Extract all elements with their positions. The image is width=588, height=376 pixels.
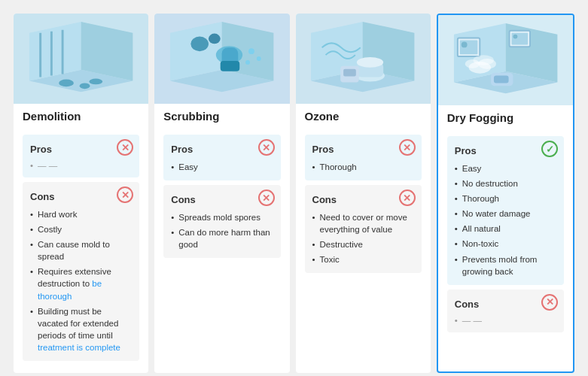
svg-point-12 [191, 37, 209, 52]
svg-point-17 [248, 48, 254, 54]
svg-point-7 [80, 83, 90, 89]
comparison-container: DemolitionPros✕— —Cons✕Hard workCostlyCa… [8, 8, 580, 376]
svg-point-25 [357, 57, 383, 68]
svg-rect-16 [221, 61, 240, 71]
pros-item: No water damage [455, 206, 556, 221]
card-content-dry-fogging: Pros✓EasyNo destructionThoroughNo water … [438, 129, 573, 371]
pros-section-demolition: Pros✕— — [23, 135, 139, 177]
pros-item: Prevents mold from growing back [455, 252, 556, 279]
cons-list-demolition: Hard workCostlyCan cause mold to spreadR… [30, 207, 132, 355]
pros-item: All natural [455, 221, 556, 236]
cons-empty: — — [455, 314, 556, 326]
pros-item: Thorough [312, 159, 414, 174]
cons-item: Hard work [30, 207, 132, 222]
svg-rect-38 [494, 76, 509, 83]
cons-list-scrubbing: Spreads mold sporesCan do more harm than… [171, 210, 273, 252]
card-demolition: DemolitionPros✕— —Cons✕Hard workCostlyCa… [14, 14, 148, 373]
pros-empty: — — [30, 159, 132, 171]
svg-rect-35 [511, 33, 528, 45]
pros-item: Non-toxic [455, 236, 556, 251]
svg-point-36 [513, 35, 517, 39]
svg-point-33 [461, 41, 467, 47]
cons-xmark-icon: ✕ [258, 190, 275, 206]
svg-point-19 [245, 60, 250, 65]
cons-item: Requires extensive destruction to be tho… [30, 264, 132, 303]
xmark-icon: ✕ [258, 139, 275, 156]
pros-section-dry-fogging: Pros✓EasyNo destructionThoroughNo water … [447, 136, 564, 285]
checkmark-icon: ✓ [541, 141, 558, 157]
pros-item: Thorough [455, 191, 556, 206]
svg-point-42 [473, 55, 493, 65]
card-content-scrubbing: Pros✕EasyCons✕Spreads mold sporesCan do … [154, 127, 289, 373]
cons-item: Costly [30, 222, 132, 237]
card-dry-fogging: Dry FoggingPros✓EasyNo destructionThorou… [437, 14, 574, 373]
card-content-ozone: Pros✕ThoroughCons✕Need to cover or move … [296, 127, 431, 373]
svg-point-8 [89, 79, 102, 85]
cons-xmark-icon: ✕ [541, 294, 558, 311]
svg-point-18 [257, 56, 261, 61]
pros-section-ozone: Pros✕Thorough [305, 135, 422, 180]
xmark-icon: ✕ [399, 139, 416, 156]
cons-list-ozone: Need to cover or move everything of valu… [312, 210, 414, 267]
card-image-ozone [296, 14, 431, 104]
pros-list-scrubbing: Easy [171, 159, 273, 174]
card-content-demolition: Pros✕— —Cons✕Hard workCostlyCan cause mo… [14, 127, 148, 373]
pros-section-scrubbing: Pros✕Easy [163, 135, 280, 180]
svg-point-13 [209, 34, 221, 44]
cons-xmark-icon: ✕ [399, 190, 416, 206]
cons-item: Can do more harm than good [171, 225, 273, 252]
svg-rect-27 [344, 69, 357, 77]
card-title-ozone: Ozone [296, 104, 431, 127]
cons-item: Destructive [312, 237, 414, 252]
pros-list-ozone: Thorough [312, 159, 414, 174]
card-image-demolition [14, 14, 148, 104]
cons-item: Toxic [312, 252, 414, 267]
cons-item: Need to cover or move everything of valu… [312, 210, 414, 237]
pros-item: Easy [455, 161, 556, 176]
pros-list-dry-fogging: EasyNo destructionThoroughNo water damag… [455, 161, 556, 279]
cons-section-dry-fogging: Cons✕— — [447, 290, 564, 332]
cons-item: Spreads mold spores [171, 210, 273, 225]
card-title-demolition: Demolition [14, 104, 148, 127]
pros-item: Easy [171, 159, 273, 174]
cons-section-ozone: Cons✕Need to cover or move everything of… [305, 185, 422, 273]
cons-section-demolition: Cons✕Hard workCostlyCan cause mold to sp… [23, 182, 139, 361]
cons-section-scrubbing: Cons✕Spreads mold sporesCan do more harm… [163, 185, 280, 258]
svg-point-6 [59, 79, 74, 86]
pros-item: No destruction [455, 176, 556, 191]
cons-item: Building must be vacated for extended pe… [30, 304, 132, 355]
card-title-dry-fogging: Dry Fogging [438, 105, 573, 129]
cons-item: Can cause mold to spread [30, 237, 132, 264]
card-ozone: OzonePros✕ThoroughCons✕Need to cover or … [296, 14, 431, 373]
card-image-dry-fogging [438, 15, 573, 105]
card-title-scrubbing: Scrubbing [154, 104, 289, 127]
card-image-scrubbing [154, 14, 289, 104]
card-scrubbing: ScrubbingPros✕EasyCons✕Spreads mold spor… [154, 14, 289, 373]
